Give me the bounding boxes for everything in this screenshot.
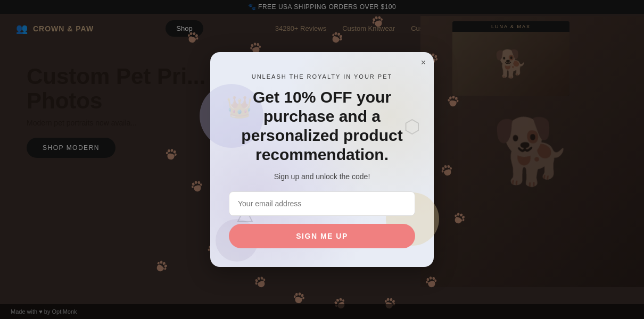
popup-subtitle: UNLEASH THE ROYALTY IN YOUR PET: [229, 73, 415, 80]
popup-title: Get 10% OFF your purchase and a personal…: [229, 88, 415, 164]
popup-modal: × 👑 ⬡ △ UNLEASH THE ROYALTY IN YOUR PET …: [210, 52, 434, 267]
page-background: 🐾 FREE USA SHIPPING ORDERS OVER $100 👥 C…: [0, 0, 644, 319]
email-input[interactable]: [229, 191, 415, 216]
popup-description: Sign up and unlock the code!: [229, 172, 415, 181]
sign-up-button[interactable]: SIGN ME UP: [229, 224, 415, 248]
close-button[interactable]: ×: [421, 58, 426, 67]
